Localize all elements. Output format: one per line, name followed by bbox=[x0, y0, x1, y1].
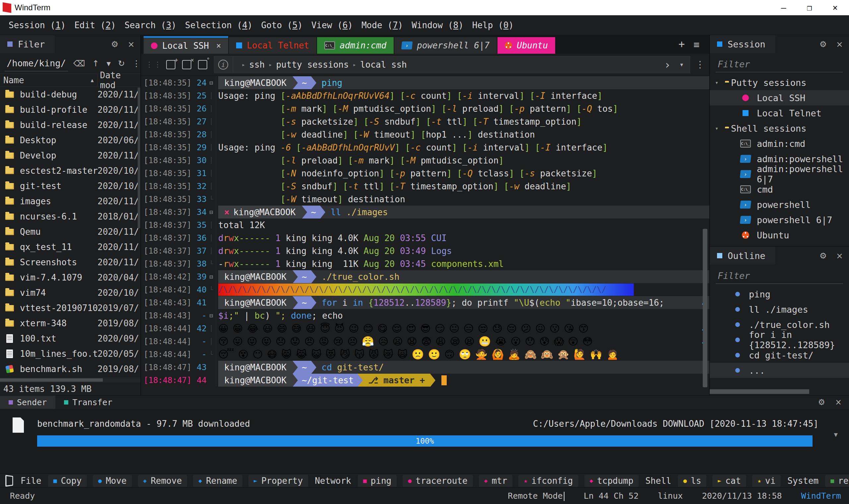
tab-transfer[interactable]: Transfer bbox=[55, 396, 121, 409]
file-row[interactable]: build-release2020/11/ bbox=[0, 118, 141, 133]
filer-vertical-scrollbar[interactable] bbox=[138, 88, 140, 228]
file-row[interactable]: Screenshots2020/11/ bbox=[0, 255, 141, 270]
filer-horizontal-scrollbar[interactable] bbox=[0, 377, 141, 383]
fold-marker-icon[interactable]: ⊟ bbox=[206, 79, 216, 86]
outline-item[interactable]: ... bbox=[710, 363, 849, 378]
menu-item-session[interactable]: Session (1) bbox=[5, 19, 69, 32]
refresh-icon[interactable]: ↻ bbox=[118, 59, 125, 68]
collapse-caret-icon[interactable]: ▾ bbox=[715, 125, 722, 132]
outline-horizontal-scrollbar[interactable] bbox=[710, 389, 809, 394]
session-item-admin-cmd[interactable]: C:\_admin:cmd bbox=[710, 136, 849, 151]
file-row[interactable]: git-test2020/10/ bbox=[0, 178, 141, 194]
file-row[interactable]: benchmark.sh2019/08/ bbox=[0, 361, 141, 377]
file-row[interactable]: Desktop2020/06/ bbox=[0, 133, 141, 148]
session-item-powershell[interactable]: ›powershell bbox=[710, 197, 849, 212]
run-chevron-icon[interactable]: › bbox=[664, 58, 671, 71]
status-mode[interactable]: Remote Mode bbox=[508, 491, 564, 501]
toolbar-button-rename[interactable]: ◆Rename bbox=[193, 475, 242, 487]
file-row[interactable]: vim-7.4.10792020/04/ bbox=[0, 270, 141, 285]
status-app[interactable]: WindTerm bbox=[801, 491, 841, 501]
terminal-scrollbar-thumb[interactable] bbox=[703, 229, 707, 387]
breadcrumb-item[interactable]: local ssh bbox=[360, 60, 407, 70]
toolbar-button-reboot[interactable]: ■reboot bbox=[825, 475, 849, 487]
session-item-admin-powershell-6-7[interactable]: ›admin:powershell 6|7 bbox=[710, 166, 849, 182]
menu-item-help[interactable]: Help (0) bbox=[469, 19, 517, 32]
minimize-button[interactable]: — bbox=[781, 3, 786, 13]
outline-item[interactable]: ll ./images bbox=[710, 302, 849, 317]
filer-scrollbar-thumb[interactable] bbox=[0, 378, 103, 382]
file-row[interactable]: xterm-3482019/08/ bbox=[0, 316, 141, 331]
session-item-local-telnet[interactable]: Local Telnet bbox=[710, 105, 849, 121]
toolbar-button-mtr[interactable]: ◈mtr bbox=[479, 475, 513, 487]
close-button[interactable]: × bbox=[832, 3, 838, 13]
collapse-caret-icon[interactable]: ▾ bbox=[715, 79, 722, 86]
outline-filter-input[interactable]: Filter bbox=[716, 268, 843, 284]
session-filter-input[interactable]: Filter bbox=[716, 56, 843, 72]
session-panel-tab[interactable]: Session bbox=[710, 35, 775, 53]
tab-admin-cmd[interactable]: C:\_admin:cmd bbox=[317, 37, 394, 54]
transfer-dropdown-icon[interactable]: ▼ bbox=[834, 431, 838, 438]
session-group-shell-sessions[interactable]: ▾Shell sessions bbox=[710, 121, 849, 136]
toolbar-button-move[interactable]: ●Move bbox=[93, 475, 132, 487]
status-datetime[interactable]: 2020/11/13 18:58 bbox=[702, 491, 782, 501]
toolbar-button-remove[interactable]: ◈Remove bbox=[138, 475, 187, 487]
file-row[interactable]: vttest-201907102019/07/ bbox=[0, 301, 141, 316]
filer-path-input[interactable]: /home/king/ bbox=[5, 55, 68, 71]
dropdown-icon[interactable]: ▾ bbox=[680, 60, 684, 69]
tab-sender[interactable]: Sender bbox=[0, 396, 55, 409]
file-row[interactable]: ncurses-6.12018/01/ bbox=[0, 209, 141, 224]
toolbar-button-ls[interactable]: ●ls bbox=[678, 475, 706, 487]
menu-item-edit[interactable]: Edit (2) bbox=[71, 19, 119, 32]
close-tab-icon[interactable] bbox=[182, 60, 191, 69]
info-icon[interactable]: i bbox=[218, 60, 228, 70]
filer-panel-tab[interactable]: Filer bbox=[0, 35, 55, 53]
toolbar-button-cat[interactable]: ►cat bbox=[712, 475, 746, 487]
up-directory-icon[interactable]: ↑ bbox=[92, 59, 99, 68]
toolbar-button-copy[interactable]: ■Copy bbox=[48, 475, 87, 487]
session-item-powershell-6-7[interactable]: ›powershell 6|7 bbox=[710, 212, 849, 228]
file-row[interactable]: Qemu2020/11/ bbox=[0, 224, 141, 239]
file-row[interactable]: 100.txt2020/09/ bbox=[0, 331, 141, 346]
column-header-name[interactable]: Name ▲ bbox=[0, 74, 97, 87]
toolbar-button-vi[interactable]: ★vi bbox=[752, 475, 781, 487]
tab-local-ssh[interactable]: Local SSH× bbox=[144, 36, 228, 54]
outline-item[interactable]: ping bbox=[710, 287, 849, 302]
filer-settings-icon[interactable]: ⚙ bbox=[111, 39, 119, 49]
filer-close-icon[interactable]: × bbox=[128, 39, 134, 49]
menu-item-search[interactable]: Search (3) bbox=[121, 19, 180, 32]
menu-item-mode[interactable]: Mode (7) bbox=[358, 19, 406, 32]
file-row[interactable]: qx_test_112020/11/ bbox=[0, 239, 141, 255]
toolbar-button-traceroute[interactable]: ●traceroute bbox=[403, 475, 473, 487]
fold-marker-icon[interactable]: ⊟ bbox=[206, 209, 216, 216]
file-row[interactable]: Develop2020/11/ bbox=[0, 148, 141, 163]
outline-close-icon[interactable]: × bbox=[836, 251, 843, 260]
more-options-icon[interactable]: ⋮ bbox=[696, 59, 705, 70]
outline-settings-icon[interactable]: ⚙ bbox=[819, 251, 827, 260]
drag-handle-icon[interactable]: ⋮⋮ bbox=[146, 60, 162, 69]
file-row[interactable]: esctest2-master2020/10/ bbox=[0, 163, 141, 178]
clear-path-icon[interactable]: ⌫ bbox=[73, 59, 85, 68]
toolbar-button-ifconfig[interactable]: ★ifconfig bbox=[518, 475, 578, 487]
toolbar-button-tcpdump[interactable]: ◆tcpdump bbox=[584, 475, 639, 487]
tab-powershell-6-7[interactable]: ›powershell 6|7 bbox=[394, 37, 497, 54]
session-item-ubuntu[interactable]: Ubuntu bbox=[710, 228, 849, 243]
outline-item[interactable]: for i in {128512..128589} bbox=[710, 332, 849, 347]
tab-local-telnet[interactable]: Local Telnet bbox=[229, 37, 317, 54]
tab-ubuntu[interactable]: Ubuntu bbox=[498, 37, 555, 54]
restore-button[interactable]: ❐ bbox=[807, 3, 812, 13]
file-row[interactable]: build-profile2020/11/ bbox=[0, 102, 141, 118]
menu-item-selection[interactable]: Selection (4) bbox=[182, 19, 256, 32]
status-cursor-position[interactable]: Ln 44 Ch 52 bbox=[584, 491, 639, 501]
menu-item-window[interactable]: Window (8) bbox=[408, 19, 467, 32]
fold-marker-icon[interactable]: ⊟ bbox=[206, 273, 216, 280]
new-session-icon[interactable]: + bbox=[679, 38, 685, 50]
transfer-close-icon[interactable]: × bbox=[835, 398, 842, 407]
transfer-settings-icon[interactable]: ⚙ bbox=[818, 398, 825, 407]
session-item-local-ssh[interactable]: Local SSH bbox=[710, 90, 849, 105]
path-dropdown-icon[interactable]: ▾ bbox=[106, 59, 111, 68]
file-row[interactable]: vim742020/10/ bbox=[0, 285, 141, 301]
file-row[interactable]: build-debug2020/11/ bbox=[0, 87, 141, 102]
session-group-putty-sessions[interactable]: ▾Putty sessions bbox=[710, 75, 849, 90]
file-row[interactable]: images2020/11/ bbox=[0, 194, 141, 209]
breadcrumb-item[interactable]: ssh bbox=[249, 60, 265, 70]
